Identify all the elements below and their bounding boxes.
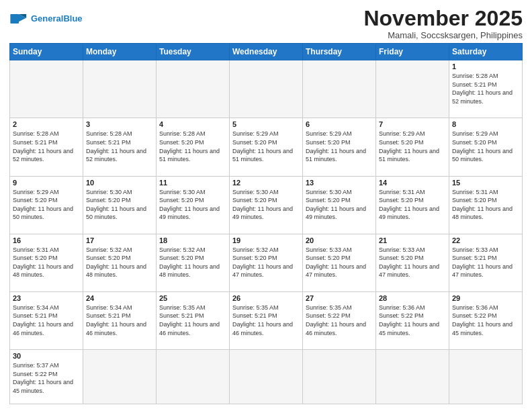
day-info: Sunrise: 5:30 AMSunset: 5:20 PMDaylight:… — [306, 188, 373, 222]
logo-general: General — [31, 13, 63, 24]
day-info: Sunrise: 5:30 AMSunset: 5:20 PMDaylight:… — [86, 188, 153, 222]
calendar-cell: 30Sunrise: 5:37 AMSunset: 5:22 PMDayligh… — [10, 350, 83, 404]
day-number: 12 — [232, 179, 300, 187]
logo-text: GeneralBlue — [31, 14, 83, 24]
calendar-cell: 26Sunrise: 5:35 AMSunset: 5:21 PMDayligh… — [230, 291, 303, 349]
day-number: 5 — [232, 120, 300, 128]
day-info: Sunrise: 5:28 AMSunset: 5:20 PMDaylight:… — [159, 130, 226, 163]
calendar-cell — [83, 350, 157, 404]
weekday-header-tuesday: Tuesday — [157, 44, 230, 60]
calendar-week-row: 2Sunrise: 5:28 AMSunset: 5:21 PMDaylight… — [10, 118, 523, 176]
calendar-cell: 9Sunrise: 5:29 AMSunset: 5:20 PMDaylight… — [10, 176, 83, 234]
weekday-header-monday: Monday — [83, 44, 157, 60]
day-info: Sunrise: 5:33 AMSunset: 5:20 PMDaylight:… — [379, 246, 446, 279]
day-number: 1 — [452, 62, 519, 71]
calendar-week-row: 1Sunrise: 5:28 AMSunset: 5:21 PMDaylight… — [10, 60, 523, 118]
calendar-week-row: 23Sunrise: 5:34 AMSunset: 5:21 PMDayligh… — [10, 291, 523, 349]
calendar-cell — [376, 60, 449, 118]
calendar-cell: 12Sunrise: 5:30 AMSunset: 5:20 PMDayligh… — [230, 176, 303, 234]
title-block: November 2025 Mamali, Soccsksargen, Phil… — [363, 7, 523, 40]
weekday-header-wednesday: Wednesday — [230, 44, 303, 60]
calendar-cell — [376, 350, 449, 404]
day-number: 18 — [159, 236, 226, 244]
day-info: Sunrise: 5:31 AMSunset: 5:20 PMDaylight:… — [13, 246, 80, 279]
day-info: Sunrise: 5:29 AMSunset: 5:20 PMDaylight:… — [13, 188, 80, 222]
day-info: Sunrise: 5:30 AMSunset: 5:20 PMDaylight:… — [232, 188, 300, 222]
day-number: 27 — [306, 294, 373, 302]
day-number: 23 — [13, 294, 80, 302]
weekday-header-friday: Friday — [376, 44, 449, 60]
calendar-cell: 5Sunrise: 5:29 AMSunset: 5:20 PMDaylight… — [230, 118, 303, 176]
calendar-week-row: 30Sunrise: 5:37 AMSunset: 5:22 PMDayligh… — [10, 350, 523, 404]
day-number: 6 — [306, 120, 373, 128]
calendar-cell: 4Sunrise: 5:28 AMSunset: 5:20 PMDaylight… — [157, 118, 230, 176]
calendar-cell: 24Sunrise: 5:34 AMSunset: 5:21 PMDayligh… — [83, 291, 157, 349]
logo: GeneralBlue — [9, 9, 83, 28]
page: GeneralBlue November 2025 Mamali, Soccsk… — [0, 0, 532, 411]
day-number: 14 — [379, 179, 446, 187]
calendar-cell — [83, 60, 157, 118]
day-number: 24 — [86, 294, 153, 302]
day-info: Sunrise: 5:31 AMSunset: 5:20 PMDaylight:… — [379, 188, 446, 222]
day-info: Sunrise: 5:30 AMSunset: 5:20 PMDaylight:… — [159, 188, 226, 222]
calendar-cell: 25Sunrise: 5:35 AMSunset: 5:21 PMDayligh… — [157, 291, 230, 349]
weekday-header-thursday: Thursday — [303, 44, 376, 60]
day-number: 28 — [379, 294, 446, 302]
day-number: 20 — [306, 236, 373, 244]
day-number: 21 — [379, 236, 446, 244]
calendar-cell: 3Sunrise: 5:28 AMSunset: 5:21 PMDaylight… — [83, 118, 157, 176]
day-info: Sunrise: 5:34 AMSunset: 5:21 PMDaylight:… — [86, 304, 153, 337]
day-info: Sunrise: 5:28 AMSunset: 5:21 PMDaylight:… — [13, 130, 80, 163]
calendar-cell: 1Sunrise: 5:28 AMSunset: 5:21 PMDaylight… — [449, 60, 523, 118]
calendar-cell: 28Sunrise: 5:36 AMSunset: 5:22 PMDayligh… — [376, 291, 449, 349]
day-number: 17 — [86, 236, 153, 244]
day-info: Sunrise: 5:28 AMSunset: 5:21 PMDaylight:… — [86, 130, 153, 163]
calendar-cell: 18Sunrise: 5:32 AMSunset: 5:20 PMDayligh… — [157, 234, 230, 291]
day-number: 19 — [232, 236, 300, 244]
day-number: 4 — [159, 120, 226, 128]
day-number: 16 — [13, 236, 80, 244]
day-number: 13 — [306, 179, 373, 187]
header: GeneralBlue November 2025 Mamali, Soccsk… — [9, 7, 523, 40]
day-number: 3 — [86, 120, 153, 128]
weekday-header-saturday: Saturday — [449, 44, 523, 60]
day-info: Sunrise: 5:35 AMSunset: 5:21 PMDaylight:… — [232, 304, 300, 337]
day-number: 11 — [159, 179, 226, 187]
calendar-cell: 7Sunrise: 5:29 AMSunset: 5:20 PMDaylight… — [376, 118, 449, 176]
calendar-cell: 14Sunrise: 5:31 AMSunset: 5:20 PMDayligh… — [376, 176, 449, 234]
location: Mamali, Soccsksargen, Philippines — [363, 30, 523, 40]
calendar-cell: 11Sunrise: 5:30 AMSunset: 5:20 PMDayligh… — [157, 176, 230, 234]
day-number: 2 — [13, 120, 80, 128]
calendar-cell: 21Sunrise: 5:33 AMSunset: 5:20 PMDayligh… — [376, 234, 449, 291]
day-number: 22 — [452, 236, 519, 244]
day-info: Sunrise: 5:36 AMSunset: 5:22 PMDaylight:… — [452, 304, 519, 337]
calendar-cell — [10, 60, 83, 118]
day-info: Sunrise: 5:28 AMSunset: 5:21 PMDaylight:… — [452, 72, 519, 105]
svg-rect-0 — [10, 14, 19, 24]
day-info: Sunrise: 5:29 AMSunset: 5:20 PMDaylight:… — [232, 130, 300, 163]
generalblue-logo-icon — [9, 9, 28, 28]
logo-blue: Blue — [63, 13, 82, 24]
calendar-cell: 6Sunrise: 5:29 AMSunset: 5:20 PMDaylight… — [303, 118, 376, 176]
day-info: Sunrise: 5:36 AMSunset: 5:22 PMDaylight:… — [379, 304, 446, 337]
calendar-cell: 20Sunrise: 5:33 AMSunset: 5:20 PMDayligh… — [303, 234, 376, 291]
day-info: Sunrise: 5:29 AMSunset: 5:20 PMDaylight:… — [306, 130, 373, 163]
day-info: Sunrise: 5:33 AMSunset: 5:20 PMDaylight:… — [306, 246, 373, 279]
calendar-cell: 16Sunrise: 5:31 AMSunset: 5:20 PMDayligh… — [10, 234, 83, 291]
calendar-cell: 10Sunrise: 5:30 AMSunset: 5:20 PMDayligh… — [83, 176, 157, 234]
calendar-cell: 27Sunrise: 5:35 AMSunset: 5:22 PMDayligh… — [303, 291, 376, 349]
calendar-cell: 29Sunrise: 5:36 AMSunset: 5:22 PMDayligh… — [449, 291, 523, 349]
day-info: Sunrise: 5:32 AMSunset: 5:20 PMDaylight:… — [159, 246, 226, 279]
day-number: 8 — [452, 120, 519, 128]
calendar-cell: 22Sunrise: 5:33 AMSunset: 5:21 PMDayligh… — [449, 234, 523, 291]
day-info: Sunrise: 5:29 AMSunset: 5:20 PMDaylight:… — [379, 130, 446, 163]
day-info: Sunrise: 5:35 AMSunset: 5:21 PMDaylight:… — [159, 304, 226, 337]
calendar-cell — [230, 60, 303, 118]
day-info: Sunrise: 5:31 AMSunset: 5:20 PMDaylight:… — [452, 188, 519, 222]
day-info: Sunrise: 5:33 AMSunset: 5:21 PMDaylight:… — [452, 246, 519, 279]
calendar-cell: 8Sunrise: 5:29 AMSunset: 5:20 PMDaylight… — [449, 118, 523, 176]
weekday-header-sunday: Sunday — [10, 44, 83, 60]
day-info: Sunrise: 5:32 AMSunset: 5:20 PMDaylight:… — [86, 246, 153, 279]
calendar-cell: 15Sunrise: 5:31 AMSunset: 5:20 PMDayligh… — [449, 176, 523, 234]
weekday-header-row: SundayMondayTuesdayWednesdayThursdayFrid… — [10, 44, 523, 60]
